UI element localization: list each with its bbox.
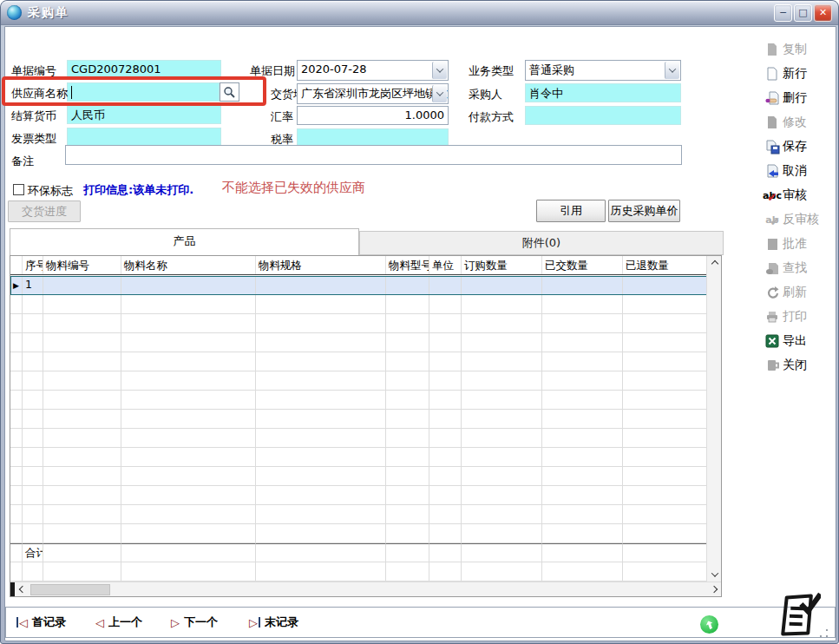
table-row[interactable]: [10, 391, 707, 410]
table-row[interactable]: [10, 448, 707, 467]
table-cell: [43, 391, 121, 410]
sidebar-button-delete-row[interactable]: 删行: [764, 88, 832, 108]
sidebar-button-refresh[interactable]: 刷新: [764, 282, 832, 303]
doc-date-combo[interactable]: 2020-07-28: [297, 60, 449, 81]
table-cell: [462, 467, 542, 486]
table-cell: [121, 333, 256, 352]
payment-field[interactable]: [525, 106, 681, 125]
table-cell: [429, 314, 462, 333]
table-cell: [542, 314, 623, 333]
sidebar-button-print[interactable]: 打印: [764, 306, 832, 327]
tab-products[interactable]: 产品: [10, 228, 359, 255]
table-row[interactable]: [10, 410, 707, 429]
table-cell: [542, 562, 623, 582]
scroll-up-icon[interactable]: [707, 256, 722, 271]
table-cell: [23, 486, 43, 505]
chevron-down-icon[interactable]: [432, 62, 447, 79]
table-cell: [23, 505, 43, 524]
sidebar-button-modify[interactable]: 修改: [764, 112, 832, 133]
table-cell: [623, 295, 706, 314]
sidebar-button-close-form[interactable]: 关闭: [764, 355, 832, 376]
vertical-scrollbar[interactable]: [706, 256, 721, 582]
scrollbar-thumb[interactable]: [30, 584, 110, 595]
close-button[interactable]: ✕: [814, 4, 832, 22]
modify-icon: [764, 115, 780, 130]
column-header[interactable]: 序号: [23, 256, 43, 274]
delivery-place-combo[interactable]: 广东省深圳市龙岗区坪地镇六: [297, 83, 449, 104]
table-cell: [623, 486, 706, 505]
table-row[interactable]: [10, 352, 707, 371]
invoice-type-field[interactable]: [67, 128, 221, 147]
table-cell: [121, 295, 256, 314]
scroll-down-icon[interactable]: [707, 567, 722, 582]
row-selector-cell: [10, 352, 23, 371]
table-cell: [23, 448, 43, 467]
horizontal-scrollbar[interactable]: [10, 582, 721, 596]
print-icon: [764, 310, 780, 325]
table-row[interactable]: [10, 505, 707, 524]
history-price-button[interactable]: 历史采购单价: [608, 200, 680, 222]
remark-field[interactable]: [65, 145, 682, 165]
column-header[interactable]: 已退数量: [623, 256, 706, 274]
row-selector-cell: [10, 505, 23, 524]
delivery-progress-button[interactable]: 交货进度: [8, 200, 81, 222]
column-header[interactable]: 已交数量: [542, 256, 623, 274]
exchange-rate-field[interactable]: 1.0000: [297, 106, 449, 125]
sidebar-button-save[interactable]: 保存: [764, 136, 832, 157]
table-row[interactable]: [10, 371, 707, 391]
supplier-search-button[interactable]: [220, 82, 239, 102]
chevron-down-icon[interactable]: [432, 85, 447, 102]
table-header-row: 序号 物料编号 物料名称 物料规格 物料型号 单位 订购数量 已交数量 已退数量: [10, 256, 707, 275]
next-record-icon: ▷: [171, 617, 180, 628]
title-bar[interactable]: 采购单 ─ □ ✕: [1, 1, 838, 25]
reference-button[interactable]: 引用: [536, 200, 606, 222]
sidebar-button-approve[interactable]: 批准: [764, 233, 832, 254]
supplier-input[interactable]: [67, 82, 220, 102]
column-header[interactable]: 物料规格: [256, 256, 386, 274]
column-header[interactable]: 物料型号: [386, 256, 429, 274]
column-header[interactable]: 物料编号: [43, 256, 121, 274]
resize-grip[interactable]: [820, 629, 829, 638]
eco-flag-checkbox[interactable]: [13, 184, 24, 195]
purchaser-field[interactable]: 肖令中: [525, 83, 681, 102]
table-row[interactable]: [10, 486, 707, 505]
scroll-right-icon[interactable]: [706, 582, 721, 597]
sidebar-button-find[interactable]: 查找: [764, 258, 832, 279]
supplier-label: 供应商名称: [11, 86, 68, 102]
biz-type-combo[interactable]: 普通采购: [525, 60, 681, 81]
table-row[interactable]: [10, 562, 707, 582]
tab-attachments[interactable]: 附件(0): [359, 231, 724, 255]
maximize-button[interactable]: □: [794, 4, 812, 22]
table-cell: 合计: [23, 543, 43, 562]
sidebar-button-copy[interactable]: 复制: [764, 39, 832, 60]
last-record-button[interactable]: ▷ 末记录: [249, 614, 298, 630]
table-row[interactable]: [10, 314, 707, 333]
scroll-left-icon[interactable]: [15, 582, 29, 597]
total-row[interactable]: 合计: [10, 543, 707, 562]
find-icon: [764, 261, 780, 276]
column-header[interactable]: 单位: [429, 256, 462, 274]
previous-record-button[interactable]: ◁ 上一个: [95, 614, 142, 630]
currency-field[interactable]: 人民币: [67, 105, 221, 124]
table-cell: [121, 486, 256, 505]
sidebar-button-unaudit[interactable]: ab✔ 反审核: [764, 209, 832, 230]
next-record-button[interactable]: ▷ 下一个: [171, 614, 218, 630]
sidebar-button-cancel[interactable]: 取消: [764, 161, 832, 181]
table-cell: [462, 543, 542, 562]
sidebar-button-audit[interactable]: abc✔ 审核: [764, 185, 832, 206]
first-record-button[interactable]: ◁ 首记录: [16, 614, 66, 630]
table-row[interactable]: [10, 295, 707, 314]
table-row[interactable]: [10, 467, 707, 486]
sidebar-button-export[interactable]: 导出: [764, 331, 832, 352]
minimize-button[interactable]: ─: [774, 4, 792, 22]
table-row[interactable]: ▶1: [10, 276, 707, 295]
table-row[interactable]: [10, 429, 707, 448]
sidebar-button-new-row[interactable]: 新行: [764, 63, 832, 84]
chevron-down-icon[interactable]: [665, 62, 679, 79]
table-row[interactable]: [10, 524, 707, 543]
table-row[interactable]: [10, 333, 707, 352]
column-header[interactable]: 订购数量: [462, 256, 542, 274]
doc-no-field[interactable]: CGD200728001: [67, 60, 221, 79]
table-cell: [386, 486, 429, 505]
column-header[interactable]: 物料名称: [121, 256, 256, 274]
